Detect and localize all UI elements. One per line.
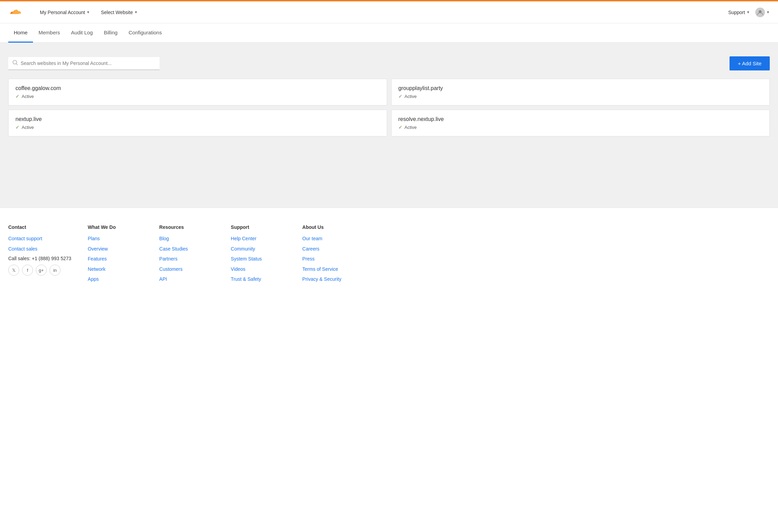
check-icon-0: ✓: [15, 93, 20, 99]
facebook-icon[interactable]: f: [22, 265, 33, 276]
site-card-0[interactable]: coffee.ggalow.com ✓ Active: [8, 79, 387, 106]
footer-link-system-status[interactable]: System Status: [231, 256, 286, 263]
tab-configurations[interactable]: Configurations: [123, 23, 167, 43]
site-status-0: ✓ Active: [15, 93, 380, 99]
footer-link-partners[interactable]: Partners: [159, 256, 214, 263]
cloudflare-logo-icon: [8, 6, 25, 19]
account-chevron-icon: ▼: [87, 10, 90, 14]
site-card-3[interactable]: resolve.nextup.live ✓ Active: [391, 110, 770, 136]
footer-link-videos[interactable]: Videos: [231, 266, 286, 273]
footer-link-contact-sales[interactable]: Contact sales: [8, 246, 71, 253]
site-status-1: ✓ Active: [398, 93, 763, 99]
support-label: Support: [728, 10, 745, 15]
footer-link-blog[interactable]: Blog: [159, 235, 214, 242]
website-dropdown[interactable]: Select Website ▼: [97, 8, 142, 17]
website-label: Select Website: [101, 10, 133, 15]
site-name-3: resolve.nextup.live: [398, 116, 763, 122]
footer-link-contact-support[interactable]: Contact support: [8, 235, 71, 242]
check-icon-1: ✓: [398, 93, 403, 99]
footer-link-privacy-security[interactable]: Privacy & Security: [302, 276, 357, 283]
site-card-2[interactable]: nextup.live ✓ Active: [8, 110, 387, 136]
user-menu[interactable]: ▼: [755, 8, 770, 17]
footer-col-support: Support Help Center Community System Sta…: [231, 224, 286, 286]
site-status-2: ✓ Active: [15, 124, 380, 130]
header-right: Support ▼ ▼: [728, 8, 770, 17]
footer-resources-title: Resources: [159, 224, 214, 230]
footer-link-trust-safety[interactable]: Trust & Safety: [231, 276, 286, 283]
footer-link-network[interactable]: Network: [88, 266, 143, 273]
support-dropdown[interactable]: Support ▼: [728, 10, 750, 15]
site-status-3: ✓ Active: [398, 124, 763, 130]
search-icon: [12, 60, 18, 67]
footer-link-features[interactable]: Features: [88, 256, 143, 263]
account-dropdown[interactable]: My Personal Account ▼: [36, 8, 94, 17]
account-label: My Personal Account: [40, 10, 85, 15]
footer-columns: Contact Contact support Contact sales Ca…: [8, 224, 770, 286]
search-row: + Add Site: [8, 56, 770, 70]
main-content: + Add Site coffee.ggalow.com ✓ Active gr…: [0, 43, 778, 208]
footer-col-resources: Resources Blog Case Studies Partners Cus…: [159, 224, 214, 286]
footer-col-what-we-do: What We Do Plans Overview Features Netwo…: [88, 224, 143, 286]
linkedin-icon[interactable]: in: [50, 265, 61, 276]
footer-link-case-studies[interactable]: Case Studies: [159, 246, 214, 253]
footer-about-us-title: About Us: [302, 224, 357, 230]
tab-billing[interactable]: Billing: [98, 23, 123, 43]
footer-link-api[interactable]: API: [159, 276, 214, 283]
footer-link-careers[interactable]: Careers: [302, 246, 357, 253]
check-icon-3: ✓: [398, 124, 403, 130]
footer: Contact Contact support Contact sales Ca…: [0, 208, 778, 300]
footer-link-overview[interactable]: Overview: [88, 246, 143, 253]
footer-support-title: Support: [231, 224, 286, 230]
footer-link-plans[interactable]: Plans: [88, 235, 143, 242]
tab-nav: Home Members Audit Log Billing Configura…: [0, 23, 778, 43]
user-chevron-icon: ▼: [766, 10, 770, 14]
twitter-icon[interactable]: 𝕏: [8, 265, 19, 276]
support-chevron-icon: ▼: [746, 10, 750, 14]
footer-col-about-us: About Us Our team Careers Press Terms of…: [302, 224, 357, 286]
footer-link-apps[interactable]: Apps: [88, 276, 143, 283]
header: My Personal Account ▼ Select Website ▼ S…: [0, 1, 778, 23]
footer-link-our-team[interactable]: Our team: [302, 235, 357, 242]
footer-col-contact: Contact Contact support Contact sales Ca…: [8, 224, 71, 286]
check-icon-2: ✓: [15, 124, 20, 130]
footer-link-customers[interactable]: Customers: [159, 266, 214, 273]
tab-audit-log[interactable]: Audit Log: [66, 23, 98, 43]
footer-link-community[interactable]: Community: [231, 246, 286, 253]
site-name-2: nextup.live: [15, 116, 380, 122]
add-site-button[interactable]: + Add Site: [730, 56, 770, 70]
footer-link-help-center[interactable]: Help Center: [231, 235, 286, 242]
site-card-1[interactable]: groupplaylist.party ✓ Active: [391, 79, 770, 106]
footer-link-press[interactable]: Press: [302, 256, 357, 263]
search-input[interactable]: [21, 60, 155, 66]
tab-members[interactable]: Members: [33, 23, 66, 43]
sites-grid: coffee.ggalow.com ✓ Active groupplaylist…: [8, 79, 770, 136]
footer-phone: Call sales: +1 (888) 993 5273: [8, 256, 71, 261]
website-chevron-icon: ▼: [134, 10, 138, 14]
avatar: [755, 8, 765, 17]
logo[interactable]: [8, 6, 25, 19]
social-icons: 𝕏 f g+ in: [8, 265, 71, 276]
svg-line-2: [16, 64, 18, 65]
footer-link-terms[interactable]: Terms of Service: [302, 266, 357, 273]
google-plus-icon[interactable]: g+: [36, 265, 47, 276]
footer-what-we-do-title: What We Do: [88, 224, 143, 230]
search-wrap: [8, 57, 160, 70]
footer-contact-title: Contact: [8, 224, 71, 230]
tab-home[interactable]: Home: [8, 23, 33, 43]
site-name-0: coffee.ggalow.com: [15, 85, 380, 91]
header-nav: My Personal Account ▼ Select Website ▼: [36, 8, 142, 17]
site-name-1: groupplaylist.party: [398, 85, 763, 91]
user-icon: [757, 9, 763, 15]
